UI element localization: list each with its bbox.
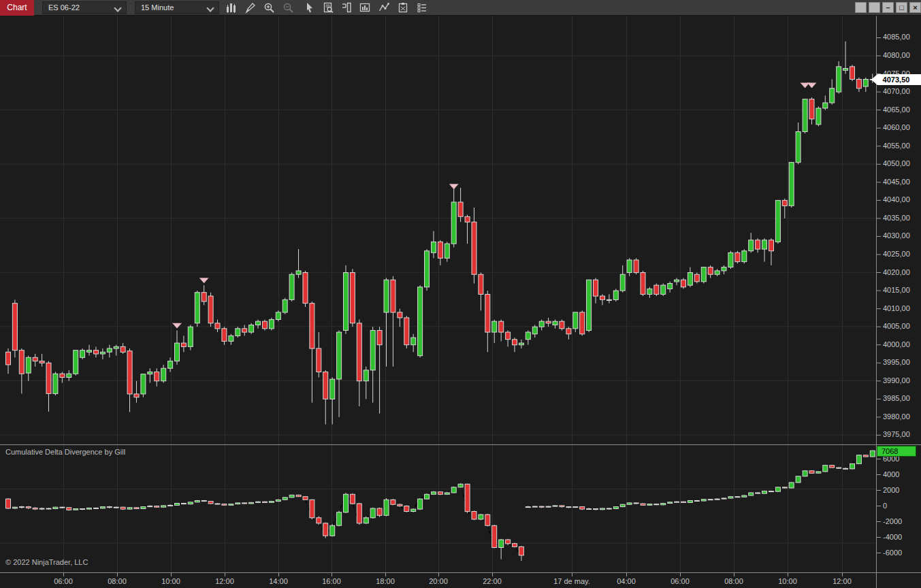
price-tick-label: 4065,00 [883,105,910,114]
price-tick-label: 4010,00 [883,304,910,312]
cursor-icon[interactable] [303,1,317,15]
time-tick-label: 18:00 [363,577,407,585]
time-tick-label: 14:00 [257,577,300,585]
time-tick-label: 22:00 [470,577,514,585]
price-tick-label: 4035,00 [883,214,910,222]
zoom-in-icon[interactable] [263,1,276,15]
delta-tick-label: 2000 [883,486,899,494]
price-tick-label: 4050,00 [883,159,910,167]
price-tick-label: 4045,00 [883,178,910,186]
price-tick-label: 4080,00 [883,51,910,59]
price-tick-label: 4040,00 [883,195,910,203]
time-tick-label: 12:00 [820,577,864,585]
time-tick-label: 17 de may. [550,577,594,585]
interval-dropdown-value: 15 Minute [141,3,174,12]
price-tick-label: 4020,00 [883,268,910,276]
price-tick-label: 4015,00 [883,286,910,294]
last-delta-badge: 7068 [877,446,916,457]
close-button[interactable]: × [909,2,921,13]
time-tick-label: 10:00 [766,577,809,585]
time-tick-label: 06:00 [658,577,702,585]
market-analyzer-icon[interactable] [322,1,336,15]
price-tick-label: 3990,00 [883,376,910,385]
maximize-button[interactable]: □ [896,2,907,13]
price-tick-label: 4085,00 [883,33,910,41]
indicator-title: Cumulative Delta Divergence by Gill [5,448,125,456]
order-flow-icon[interactable] [340,1,354,15]
minimize-button[interactable]: – [882,2,894,13]
time-tick-label: 12:00 [203,577,246,585]
price-tick-label: 4070,00 [883,87,910,95]
price-tick-label: 3980,00 [883,412,910,421]
toolbar: Chart ES 06-22 15 Minute –□× [0,0,921,16]
trend-line-icon[interactable] [378,1,391,15]
price-tick-label: 4030,00 [883,231,910,240]
price-tick-label: 4055,00 [883,142,910,150]
delta-tick-label: -6000 [883,549,902,557]
draw-tools-icon[interactable] [244,1,257,15]
instrument-dropdown[interactable]: ES 06-22 [42,1,127,14]
properties-icon[interactable] [416,1,430,15]
price-tick-label: 3995,00 [883,358,910,366]
instrument-link-button[interactable] [855,2,867,13]
time-tick-label: 08:00 [95,577,139,585]
copyright-text: © 2022 NinjaTrader, LLC [5,558,88,566]
chevron-down-icon [114,4,121,12]
price-tick-label: 4000,00 [883,340,910,348]
time-tick-label: 08:00 [712,577,756,585]
time-tick-label: 04:00 [604,577,648,585]
delta-tick-label: -4000 [883,533,902,541]
instrument-dropdown-value: ES 06-22 [48,3,80,12]
delta-tick-label: 0 [883,502,887,510]
chart-tab[interactable]: Chart [0,0,34,16]
time-tick-label: 16:00 [310,577,353,585]
price-tick-label: 3985,00 [883,394,910,402]
strategy-icon[interactable] [397,1,410,15]
time-tick-label: 06:00 [42,577,85,585]
time-tick-label: 10:00 [149,577,193,585]
price-tick-label: 4060,00 [883,123,910,131]
interval-dropdown[interactable]: 15 Minute [135,1,219,14]
chart-window: Chart ES 06-22 15 Minute –□× Cumulative … [0,0,921,588]
price-tick-label: 4005,00 [883,322,910,330]
chart-canvas[interactable] [0,0,921,588]
interval-link-button[interactable] [869,2,880,13]
delta-tick-label: -2000 [883,517,902,525]
price-tick-label: 4025,00 [883,250,910,258]
chevron-down-icon [206,4,214,12]
delta-tick-label: 4000 [883,470,899,478]
time-tick-label: 20:00 [417,577,460,585]
chart-style-icon[interactable] [225,1,238,15]
zoom-out-icon[interactable] [282,1,295,15]
last-price-badge: 4073,50 [871,74,921,85]
price-tick-label: 3975,00 [883,430,910,438]
data-series-icon[interactable] [359,1,372,15]
